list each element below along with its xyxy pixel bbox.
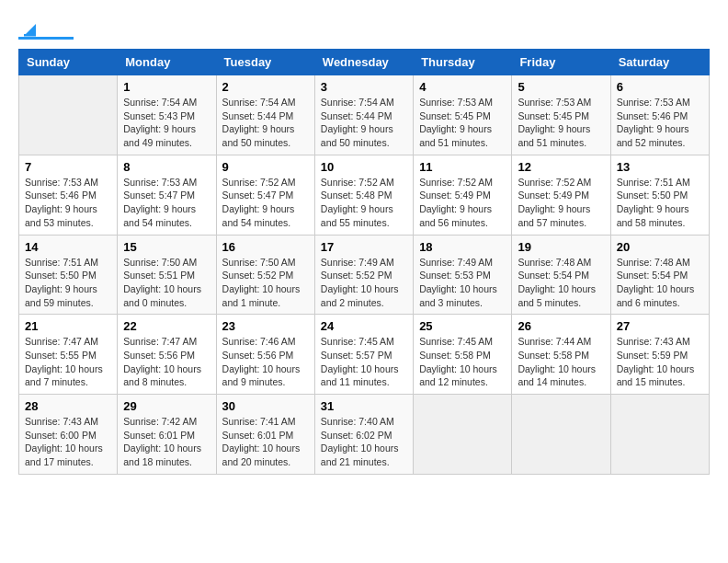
day-number: 30 [222, 399, 309, 413]
day-number: 12 [518, 160, 604, 174]
calendar-cell: 22Sunrise: 7:47 AMSunset: 5:56 PMDayligh… [118, 315, 216, 395]
day-number: 16 [222, 240, 309, 254]
day-number: 29 [123, 399, 210, 413]
calendar-cell: 21Sunrise: 7:47 AMSunset: 5:55 PMDayligh… [19, 315, 118, 395]
calendar-cell: 16Sunrise: 7:50 AMSunset: 5:52 PMDayligh… [216, 235, 314, 315]
day-info: Sunrise: 7:40 AMSunset: 6:02 PMDaylight:… [321, 415, 407, 469]
day-info: Sunrise: 7:53 AMSunset: 5:45 PMDaylight:… [518, 96, 604, 150]
day-number: 21 [25, 319, 111, 333]
day-info: Sunrise: 7:52 AMSunset: 5:47 PMDaylight:… [222, 176, 309, 230]
calendar-cell: 6Sunrise: 7:53 AMSunset: 5:46 PMDaylight… [610, 75, 709, 155]
day-number: 3 [321, 80, 407, 94]
day-number: 10 [321, 160, 407, 174]
day-number: 26 [518, 319, 604, 333]
calendar-cell: 12Sunrise: 7:52 AMSunset: 5:49 PMDayligh… [512, 155, 610, 235]
day-number: 2 [222, 80, 309, 94]
logo-icon [19, 18, 40, 39]
day-info: Sunrise: 7:49 AMSunset: 5:52 PMDaylight:… [321, 256, 407, 310]
day-info: Sunrise: 7:50 AMSunset: 5:52 PMDaylight:… [222, 256, 309, 310]
calendar-cell: 5Sunrise: 7:53 AMSunset: 5:45 PMDaylight… [512, 75, 610, 155]
day-info: Sunrise: 7:42 AMSunset: 6:01 PMDaylight:… [123, 415, 210, 469]
calendar-cell: 30Sunrise: 7:41 AMSunset: 6:01 PMDayligh… [216, 395, 314, 475]
day-number: 8 [123, 160, 210, 174]
calendar-cell: 17Sunrise: 7:49 AMSunset: 5:52 PMDayligh… [314, 235, 413, 315]
day-info: Sunrise: 7:51 AMSunset: 5:50 PMDaylight:… [25, 256, 111, 310]
day-info: Sunrise: 7:54 AMSunset: 5:44 PMDaylight:… [222, 96, 309, 150]
day-info: Sunrise: 7:53 AMSunset: 5:45 PMDaylight:… [419, 96, 506, 150]
calendar-cell: 8Sunrise: 7:53 AMSunset: 5:47 PMDaylight… [118, 155, 216, 235]
logo [18, 18, 74, 40]
calendar-cell: 15Sunrise: 7:50 AMSunset: 5:51 PMDayligh… [118, 235, 216, 315]
calendar-cell [19, 75, 118, 155]
weekday-wednesday: Wednesday [314, 50, 413, 75]
calendar-week-4: 28Sunrise: 7:43 AMSunset: 6:00 PMDayligh… [19, 395, 710, 475]
weekday-sunday: Sunday [19, 50, 118, 75]
day-info: Sunrise: 7:54 AMSunset: 5:43 PMDaylight:… [123, 96, 210, 150]
day-number: 19 [518, 240, 604, 254]
weekday-friday: Friday [512, 50, 610, 75]
day-number: 28 [25, 399, 111, 413]
day-number: 22 [123, 319, 210, 333]
day-info: Sunrise: 7:43 AMSunset: 6:00 PMDaylight:… [25, 415, 111, 469]
calendar-cell: 25Sunrise: 7:45 AMSunset: 5:58 PMDayligh… [414, 315, 512, 395]
calendar-table: SundayMondayTuesdayWednesdayThursdayFrid… [18, 49, 710, 475]
day-number: 6 [617, 80, 703, 94]
calendar-cell: 10Sunrise: 7:52 AMSunset: 5:48 PMDayligh… [314, 155, 413, 235]
day-number: 31 [321, 399, 407, 413]
weekday-thursday: Thursday [414, 50, 512, 75]
calendar-cell: 3Sunrise: 7:54 AMSunset: 5:44 PMDaylight… [314, 75, 413, 155]
calendar-cell: 23Sunrise: 7:46 AMSunset: 5:56 PMDayligh… [216, 315, 314, 395]
svg-marker-0 [25, 24, 36, 35]
day-number: 25 [419, 319, 506, 333]
day-info: Sunrise: 7:47 AMSunset: 5:55 PMDaylight:… [25, 335, 111, 389]
day-info: Sunrise: 7:46 AMSunset: 5:56 PMDaylight:… [222, 335, 309, 389]
calendar-cell: 28Sunrise: 7:43 AMSunset: 6:00 PMDayligh… [19, 395, 118, 475]
calendar-cell: 13Sunrise: 7:51 AMSunset: 5:50 PMDayligh… [610, 155, 709, 235]
day-info: Sunrise: 7:51 AMSunset: 5:50 PMDaylight:… [617, 176, 703, 230]
day-info: Sunrise: 7:53 AMSunset: 5:46 PMDaylight:… [25, 176, 111, 230]
day-number: 7 [25, 160, 111, 174]
day-info: Sunrise: 7:54 AMSunset: 5:44 PMDaylight:… [321, 96, 407, 150]
day-number: 23 [222, 319, 309, 333]
calendar-cell [414, 395, 512, 475]
day-number: 1 [123, 80, 210, 94]
calendar-cell: 31Sunrise: 7:40 AMSunset: 6:02 PMDayligh… [314, 395, 413, 475]
weekday-tuesday: Tuesday [216, 50, 314, 75]
calendar-cell: 4Sunrise: 7:53 AMSunset: 5:45 PMDaylight… [414, 75, 512, 155]
day-info: Sunrise: 7:52 AMSunset: 5:48 PMDaylight:… [321, 176, 407, 230]
calendar-cell: 24Sunrise: 7:45 AMSunset: 5:57 PMDayligh… [314, 315, 413, 395]
calendar-cell [610, 395, 709, 475]
calendar-week-1: 7Sunrise: 7:53 AMSunset: 5:46 PMDaylight… [19, 155, 710, 235]
day-info: Sunrise: 7:45 AMSunset: 5:58 PMDaylight:… [419, 335, 506, 389]
calendar-cell: 9Sunrise: 7:52 AMSunset: 5:47 PMDaylight… [216, 155, 314, 235]
day-number: 11 [419, 160, 506, 174]
day-number: 17 [321, 240, 407, 254]
day-number: 4 [419, 80, 506, 94]
day-number: 20 [617, 240, 703, 254]
calendar-cell: 7Sunrise: 7:53 AMSunset: 5:46 PMDaylight… [19, 155, 118, 235]
calendar-body: 1Sunrise: 7:54 AMSunset: 5:43 PMDaylight… [19, 75, 710, 475]
weekday-monday: Monday [118, 50, 216, 75]
day-info: Sunrise: 7:50 AMSunset: 5:51 PMDaylight:… [123, 256, 210, 310]
calendar-cell: 27Sunrise: 7:43 AMSunset: 5:59 PMDayligh… [610, 315, 709, 395]
calendar-week-0: 1Sunrise: 7:54 AMSunset: 5:43 PMDaylight… [19, 75, 710, 155]
day-info: Sunrise: 7:48 AMSunset: 5:54 PMDaylight:… [617, 256, 703, 310]
day-info: Sunrise: 7:52 AMSunset: 5:49 PMDaylight:… [518, 176, 604, 230]
day-number: 13 [617, 160, 703, 174]
day-info: Sunrise: 7:52 AMSunset: 5:49 PMDaylight:… [419, 176, 506, 230]
calendar-week-3: 21Sunrise: 7:47 AMSunset: 5:55 PMDayligh… [19, 315, 710, 395]
day-info: Sunrise: 7:41 AMSunset: 6:01 PMDaylight:… [222, 415, 309, 469]
day-number: 5 [518, 80, 604, 94]
calendar-cell: 1Sunrise: 7:54 AMSunset: 5:43 PMDaylight… [118, 75, 216, 155]
calendar-cell: 18Sunrise: 7:49 AMSunset: 5:53 PMDayligh… [414, 235, 512, 315]
calendar-cell: 26Sunrise: 7:44 AMSunset: 5:58 PMDayligh… [512, 315, 610, 395]
weekday-row: SundayMondayTuesdayWednesdayThursdayFrid… [19, 50, 710, 75]
calendar-cell: 11Sunrise: 7:52 AMSunset: 5:49 PMDayligh… [414, 155, 512, 235]
weekday-saturday: Saturday [610, 50, 709, 75]
day-number: 14 [25, 240, 111, 254]
day-number: 27 [617, 319, 703, 333]
day-info: Sunrise: 7:44 AMSunset: 5:58 PMDaylight:… [518, 335, 604, 389]
calendar-cell: 2Sunrise: 7:54 AMSunset: 5:44 PMDaylight… [216, 75, 314, 155]
day-info: Sunrise: 7:48 AMSunset: 5:54 PMDaylight:… [518, 256, 604, 310]
calendar-cell [512, 395, 610, 475]
